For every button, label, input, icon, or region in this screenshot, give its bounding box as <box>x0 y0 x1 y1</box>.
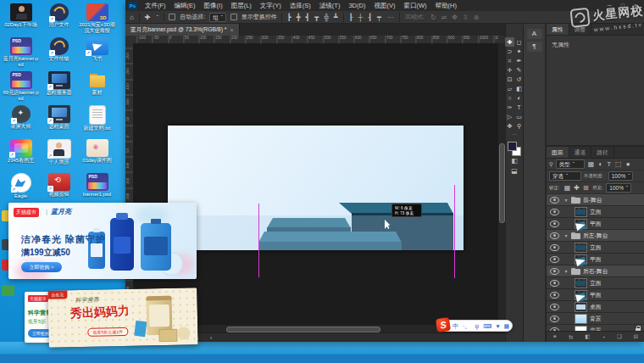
layer-立面[interactable]: 立面 <box>547 277 644 289</box>
canvas-pasteboard[interactable]: W: 6 像素 H: 73 像素 <box>133 43 498 325</box>
3d-mode-icon-4[interactable]: ⊕ <box>473 14 480 21</box>
layer-group-后右-舞台[interactable]: ▾后右-舞台 <box>547 265 644 277</box>
distribute-icon-1[interactable]: ┼ <box>357 14 364 21</box>
ime-icon-3[interactable]: ⌨ <box>482 321 492 332</box>
guide-line-left[interactable] <box>258 204 259 277</box>
layers-footer-icon-4[interactable]: ❏ <box>617 333 622 340</box>
auto-select-checkbox[interactable] <box>169 14 175 20</box>
layer-filter-icon-4[interactable]: ● <box>625 160 631 168</box>
desktop-icon-2021淘宝+3D潮流大促海报[interactable]: 2021淘宝+3D潮流大促海报 <box>78 3 116 37</box>
layers-footer-icon-3[interactable]: ◔ <box>602 334 605 340</box>
gradient-tool[interactable]: ◧ <box>514 84 524 93</box>
menu-编辑(E)[interactable]: 编辑(E) <box>170 0 200 11</box>
align-icon-0[interactable]: ┣ <box>286 14 292 21</box>
move-tool-icon[interactable]: ✚ <box>144 14 152 21</box>
visibility-eye-icon[interactable] <box>550 304 559 310</box>
type-tool[interactable]: T <box>514 103 524 112</box>
layer-filter-icon-3[interactable]: ⬚ <box>614 160 623 168</box>
desktop-icon-飞书[interactable]: ↗飞书 <box>78 37 116 71</box>
quick-mask-icon[interactable]: ◧ <box>506 156 523 166</box>
search-icon[interactable]: ⚲ <box>549 161 553 168</box>
tab-通道[interactable]: 通道 <box>569 147 592 158</box>
distribute-icon-2[interactable]: ┨ <box>367 14 373 21</box>
more-tools-icon[interactable]: ··· <box>506 131 523 137</box>
document-tab[interactable]: 蓝月亮banner.psd @ 73.3%(RGB/8) * × <box>125 24 240 36</box>
distribute-icon-3[interactable]: ┯ <box>376 14 382 21</box>
lock-icon-0[interactable]: ▦ <box>564 184 572 192</box>
layer-group-后左-舞台[interactable]: ▾后左-舞台 <box>547 230 644 242</box>
close-tab-icon[interactable]: × <box>230 27 233 33</box>
visibility-eye-icon[interactable] <box>550 292 559 299</box>
desktop-icon-蓝月亮banner.psd[interactable]: 蓝月亮banner.psd <box>2 37 40 71</box>
align-icon-3[interactable]: ┳ <box>314 14 319 21</box>
visibility-eye-icon[interactable] <box>550 256 559 263</box>
expand-caret-icon[interactable]: ▾ <box>564 232 569 238</box>
desktop-icon-01day课件图[interactable]: 01day课件图 <box>78 139 116 173</box>
layer-平面[interactable]: 平面 <box>547 254 644 265</box>
layers-footer-icon-0[interactable]: ⚭ <box>552 333 557 340</box>
quick-selection-tool[interactable]: ✦ <box>514 47 524 56</box>
align-icon-5[interactable]: ┻ <box>333 14 339 21</box>
sogou-logo-icon[interactable]: S <box>436 317 451 332</box>
desktop-icon-Eagle[interactable]: ↗Eagle <box>2 173 40 207</box>
crop-tool[interactable]: ⌗ <box>505 56 514 65</box>
eraser-tool[interactable]: ▱ <box>505 84 514 93</box>
ime-icon-5[interactable]: ▦ <box>503 321 511 332</box>
hand-tool[interactable]: ✥ <box>505 121 514 131</box>
desktop-icon-远程服务器[interactable]: ↗远程服务器 <box>40 71 78 105</box>
visibility-eye-icon[interactable] <box>550 316 559 322</box>
show-transform-checkbox[interactable] <box>230 14 237 20</box>
eyedropper-tool[interactable]: ✒ <box>514 56 524 65</box>
opacity-dropdown[interactable]: 100% ˇ <box>608 171 634 181</box>
layer-平面[interactable]: 平面 <box>547 289 644 301</box>
3d-mode-icon-3[interactable]: ⇳ <box>462 14 469 21</box>
layer-立面[interactable]: 立面 <box>547 206 644 218</box>
menu-文字(Y)[interactable]: 文字(Y) <box>256 0 286 11</box>
document-canvas[interactable] <box>168 126 464 250</box>
marquee-tool[interactable]: ◻ <box>514 37 524 47</box>
desktop-icon-02Day1下午场[interactable]: 02Day1下午场 <box>2 3 40 37</box>
menu-选择(S)[interactable]: 选择(S) <box>286 0 315 11</box>
lock-icon-1[interactable]: ✚ <box>573 184 580 192</box>
lock-icon-2[interactable]: ⊞ <box>582 184 590 192</box>
ime-icon-2[interactable]: ψ <box>474 321 480 332</box>
desktop-icon-文件传输[interactable]: ↗文件传输 <box>40 37 78 71</box>
chevron-down-icon[interactable]: ˇ <box>156 14 160 21</box>
screen-mode-icon[interactable]: ⬓ <box>506 166 523 176</box>
blend-mode-dropdown[interactable]: 穿透 ˇ <box>549 171 581 181</box>
ime-icon-1[interactable]: ·。 <box>462 321 471 332</box>
visibility-eye-icon[interactable] <box>550 280 559 287</box>
desktop-icon-用户文件[interactable]: ↗用户文件 <box>40 3 78 37</box>
desktop-icon-录屏大师[interactable]: ↗录屏大师 <box>2 105 40 139</box>
ime-icon-4[interactable]: ♥ <box>495 321 500 332</box>
visibility-eye-icon[interactable] <box>550 232 559 239</box>
3d-mode-icon-1[interactable]: ⇌ <box>441 14 448 21</box>
desktop-icon-个人简历[interactable]: ↗个人简历 <box>40 139 78 173</box>
scrollbar-thumb[interactable] <box>499 143 505 223</box>
filter-type-dropdown[interactable]: 类型 ˇ <box>556 159 585 169</box>
path-selection-tool[interactable]: ▷ <box>505 112 514 121</box>
align-icon-4[interactable]: ╬ <box>323 14 330 21</box>
layer-group-前-舞台[interactable]: ▾前-舞台 <box>547 194 644 206</box>
expand-caret-icon[interactable]: ▾ <box>564 197 569 203</box>
healing-brush-tool[interactable]: ✛ <box>505 65 514 75</box>
menu-文件(F)[interactable]: 文件(F) <box>141 0 170 11</box>
buy-now-button[interactable]: 立即抢购 > <box>21 262 62 272</box>
menu-图像(I)[interactable]: 图像(I) <box>200 0 227 11</box>
home-icon[interactable]: ⌂ <box>129 14 135 21</box>
scrollbar-thumb[interactable] <box>226 327 380 332</box>
layer-filter-icon-2[interactable]: T <box>606 160 612 168</box>
brush-tool[interactable]: ✎ <box>514 65 524 75</box>
desktop-icon-2345看图王[interactable]: ↗2345看图王 <box>2 139 40 173</box>
clone-stamp-tool[interactable]: ⊡ <box>505 75 514 84</box>
blur-tool[interactable]: ○ <box>505 93 514 103</box>
layer-filter-icon-1[interactable]: ◐ <box>597 160 603 168</box>
photoshop-logo-icon[interactable]: Ps <box>128 2 137 10</box>
distribute-icon-0[interactable]: ┠ <box>348 14 354 21</box>
layers-footer-icon-2[interactable]: ◧ <box>585 333 590 340</box>
vertical-scrollbar[interactable] <box>498 43 505 325</box>
ime-icon-0[interactable]: 中 <box>452 321 459 332</box>
menu-视图(V)[interactable]: 视图(V) <box>369 0 399 11</box>
paragraph-panel-icon[interactable]: ¶ <box>527 42 542 52</box>
partially-hidden-desktop-icon[interactable] <box>2 285 14 296</box>
